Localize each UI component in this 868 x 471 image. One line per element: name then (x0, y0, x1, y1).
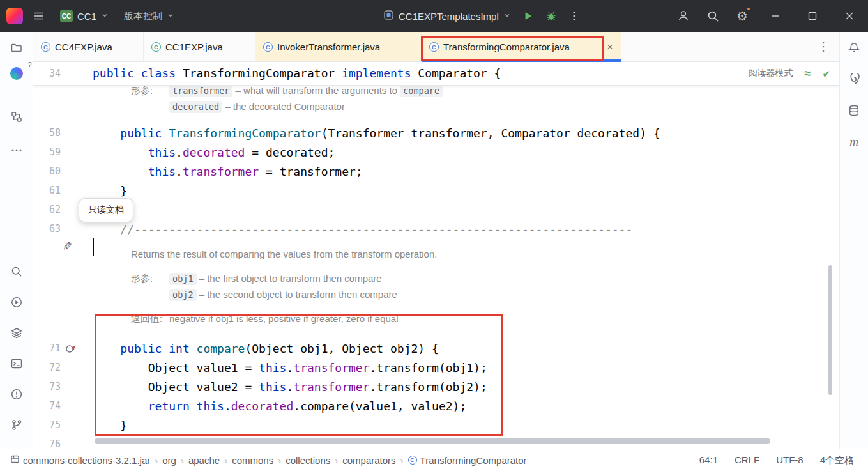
horizontal-scrollbar[interactable] (95, 438, 770, 444)
doc-label: 形参: (131, 270, 169, 286)
readonly-tooltip: 只读文档 (79, 198, 133, 222)
breadcrumb-item[interactable]: apache (188, 455, 220, 466)
line-separator[interactable]: CRLF (735, 454, 759, 467)
doc-text: – the first object to transform then com… (197, 273, 382, 284)
vcs-widget[interactable]: 版本控制 (119, 7, 179, 26)
maximize-button[interactable] (794, 0, 831, 32)
close-icon[interactable]: × (602, 42, 613, 52)
line-number[interactable]: 74 (33, 400, 61, 412)
code-line[interactable]: public int compare(Object obj1, Object o… (93, 342, 439, 355)
breadcrumb-item[interactable]: collections (286, 455, 330, 466)
code-line[interactable]: return this.decorated.compare(value1, va… (93, 399, 466, 413)
code-block: 58 public TransformingComparator(Transfo… (33, 123, 839, 238)
code-line[interactable]: //--------------------------------------… (93, 222, 632, 236)
search-icon[interactable] (6, 261, 27, 282)
settings-gear-icon[interactable]: ⚙ (727, 0, 757, 32)
run-config-widget[interactable]: CC1EXPTemplatesImpl (378, 6, 516, 26)
gutter-marker[interactable] (61, 343, 93, 354)
line-number[interactable]: 60 (33, 166, 61, 177)
close-button[interactable] (831, 0, 868, 32)
no-problems-icon[interactable]: ✔ (822, 69, 830, 79)
line-number[interactable]: 75 (33, 419, 61, 431)
breadcrumb-item[interactable]: commons-collections-3.2.1.jar (10, 454, 150, 466)
line-number[interactable]: 62 (33, 204, 61, 215)
breadcrumb-item[interactable]: commons (232, 455, 273, 466)
breadcrumb-item[interactable]: org (162, 455, 176, 466)
code-line[interactable]: public class TransformingComparator impl… (93, 66, 501, 80)
tab-cc4exp-java[interactable]: CCC4EXP.java (33, 32, 144, 61)
indent-style[interactable]: 4个空格 (820, 454, 854, 467)
minimize-button[interactable] (757, 0, 794, 32)
tab-options-icon[interactable]: ⋮ (807, 40, 839, 54)
structure-icon[interactable] (6, 106, 27, 128)
tab-invokertransformer-java[interactable]: CInvokerTransformer.java (255, 32, 422, 61)
ide-window: CC CC1 版本控制 CC1EXPTemplatesImpl (0, 0, 868, 471)
doc-text: Returns the result of comparing the valu… (131, 249, 437, 259)
class-icon: C (41, 42, 50, 52)
plugin-icon[interactable]: ? (6, 63, 27, 84)
doc-code-chip: transformer (169, 85, 232, 97)
code-line[interactable]: } (93, 184, 127, 197)
line-number[interactable]: 73 (33, 381, 61, 392)
code-row: 61 } (33, 181, 839, 200)
line-number[interactable]: 72 (33, 362, 61, 373)
inspections-icon[interactable]: ≈ (805, 68, 811, 79)
search-everywhere-icon[interactable] (698, 0, 727, 32)
maven-icon[interactable]: m (843, 131, 865, 153)
git-icon[interactable] (6, 414, 27, 436)
run-icon[interactable] (6, 291, 27, 313)
javadoc-block: Returns the result of comparing the valu… (33, 246, 839, 327)
status-right: 64:1CRLFUTF-84个空格 (699, 454, 858, 467)
code-line[interactable]: Object value1 = this.transformer.transfo… (93, 361, 487, 374)
breadcrumb-item[interactable]: comparators (342, 455, 395, 466)
folder-icon[interactable] (6, 37, 27, 59)
notifications-icon[interactable] (843, 37, 865, 59)
breadcrumb-separator: › (335, 455, 338, 466)
breadcrumb-item[interactable]: CTransformingComparator (408, 455, 527, 466)
services-icon[interactable] (6, 322, 27, 344)
debug-button[interactable] (540, 5, 562, 27)
doc-line: decorated – the decorated Comparator (131, 98, 839, 114)
code-line[interactable]: this.decorated = decorated; (93, 146, 335, 159)
run-config-icon (383, 10, 394, 23)
line-number[interactable]: 58 (33, 127, 61, 139)
doc-line: 形参: transformer – what will transform th… (131, 85, 839, 98)
tab-transformingcomparator-java[interactable]: CTransformingComparator.java× (422, 32, 621, 61)
left-toolbar: ? (0, 32, 33, 449)
problems-icon[interactable] (6, 383, 27, 405)
run-button[interactable] (517, 5, 539, 27)
caret-position[interactable]: 64:1 (699, 454, 718, 467)
terminal-icon[interactable] (6, 353, 27, 374)
line-number[interactable]: 59 (33, 146, 61, 158)
tab-cc1exp-java[interactable]: CCC1EXP.java (144, 32, 255, 61)
project-widget[interactable]: CC CC1 (55, 6, 114, 26)
code-line[interactable]: Object value2 = this.transformer.transfo… (93, 380, 487, 394)
line-number[interactable]: 61 (33, 185, 61, 196)
line-number[interactable]: 34 (33, 68, 61, 79)
line-number[interactable]: 71 (33, 343, 61, 354)
line-number[interactable]: 63 (33, 223, 61, 235)
doc-text: – the second object to transform then co… (197, 289, 397, 300)
tooltip-text: 只读文档 (88, 205, 124, 215)
file-encoding[interactable]: UTF-8 (776, 454, 803, 467)
doc-code-chip: decorated (169, 101, 222, 113)
code-line[interactable]: } (93, 419, 127, 432)
ai-assistant-icon[interactable] (843, 68, 865, 90)
tab-label: CC1EXP.java (165, 42, 223, 52)
vertical-scrollbar[interactable] (828, 265, 832, 395)
more-icon[interactable] (6, 139, 27, 161)
sticky-header: 34public class TransformingComparator im… (33, 62, 839, 85)
user-account-icon[interactable] (669, 0, 698, 32)
doc-line: Returns the result of comparing the valu… (131, 246, 839, 262)
code-line[interactable]: public TransformingComparator(Transforme… (93, 127, 660, 140)
line-number[interactable]: 76 (33, 438, 61, 449)
class-icon: C (151, 42, 161, 52)
more-actions-icon[interactable] (563, 5, 585, 27)
code-row: 73 Object value2 = this.transformer.tran… (33, 377, 839, 396)
editor-content[interactable]: 形参: transformer – what will transform th… (33, 85, 839, 449)
code-row: 74 return this.decorated.compare(value1,… (33, 396, 839, 415)
database-icon[interactable] (843, 100, 865, 121)
main-menu-icon[interactable] (28, 5, 50, 27)
reader-mode-label[interactable]: 阅读器模式 (749, 68, 793, 79)
code-line[interactable]: this.transformer = transformer; (93, 165, 363, 178)
